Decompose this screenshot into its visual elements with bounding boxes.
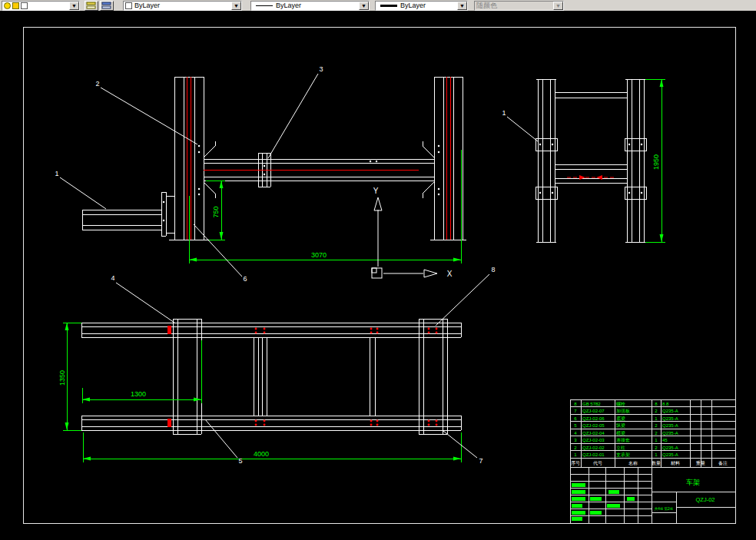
svg-text:45: 45 (662, 438, 668, 442)
svg-text:7: 7 (574, 409, 577, 413)
layer-thaw-icon (12, 2, 19, 9)
svg-text:QZJ-02-07: QZJ-02-07 (582, 409, 605, 413)
svg-text:8.8: 8.8 (662, 402, 669, 406)
svg-text:代号: 代号 (592, 461, 602, 465)
section-mark (167, 326, 171, 334)
svg-text:Q235-A: Q235-A (662, 452, 678, 457)
layer-dropdown-arrow[interactable]: ▼ (69, 2, 79, 10)
layers-blue-icon (101, 2, 112, 10)
drawing-title: 车架 (686, 479, 700, 486)
callout-5: 5 (238, 457, 242, 465)
layer-previous-button[interactable] (100, 1, 114, 11)
bom-row: 4 QZJ-02-04 横梁 2 Q235-A (574, 430, 678, 436)
layers-yellow-icon (86, 2, 97, 10)
layer-on-icon (4, 2, 11, 9)
sheet-border (23, 27, 735, 523)
callout-3: 3 (319, 65, 323, 73)
ucs-y-label: Y (373, 187, 379, 195)
svg-text:连接套: 连接套 (616, 437, 630, 443)
svg-text:横梁: 横梁 (616, 430, 625, 436)
title-block: 序号 代号 名称 数量 材料 重量 备注 8 GB 5782 螺栓 8 8.8 … (570, 399, 735, 523)
front-view (82, 77, 466, 240)
svg-text:材料: 材料 (670, 461, 680, 466)
bom-row: 2 QZJ-02-02 立柱 2 Q235-A (574, 445, 678, 450)
lineweight-sample-icon (380, 5, 397, 7)
linetype-dropdown[interactable]: ByLayer ▼ (250, 1, 370, 11)
svg-text:1: 1 (574, 452, 577, 457)
svg-text:加强板: 加强板 (616, 409, 630, 414)
bom-row: 8 GB 5782 螺栓 8 8.8 (574, 401, 669, 407)
bom-rows: 8 GB 5782 螺栓 8 8.8 7 QZJ-02-07 加强板 2 Q23… (574, 401, 678, 459)
svg-text:QZJ-02-02: QZJ-02-02 (582, 446, 605, 450)
svg-text:QZJ-02-05: QZJ-02-05 (582, 423, 605, 428)
svg-text:8: 8 (655, 402, 658, 406)
lineweight-dropdown-arrow[interactable]: ▼ (457, 2, 467, 10)
svg-text:备注: 备注 (718, 460, 728, 466)
bom-row: 5 QZJ-02-05 纵梁 2 Q235-A (574, 422, 678, 428)
bom-header: 序号 代号 名称 数量 材料 重量 备注 (571, 460, 728, 466)
svg-text:2: 2 (574, 446, 577, 450)
svg-text:GB 5782: GB 5782 (582, 402, 601, 406)
side-view (536, 79, 646, 242)
dim-front-width-label: 3070 (311, 251, 327, 259)
plot-style-dropdown: 随颜色 ▼ (474, 1, 564, 11)
lineweight-value: ByLayer (400, 2, 457, 9)
svg-text:QZJ-02-04: QZJ-02-04 (582, 431, 605, 436)
svg-text:Q235-A: Q235-A (662, 423, 678, 428)
svg-text:Q235-A: Q235-A (662, 416, 678, 421)
dim-side-height-label: 1950 (652, 154, 660, 170)
plot-style-dropdown-arrow: ▼ (553, 2, 563, 10)
make-layer-current-button[interactable] (85, 1, 98, 11)
sheet-count: 共4张 第2张 (655, 507, 674, 511)
plan-view (81, 319, 461, 434)
bom-row: 3 QZJ-02-03 连接套 1 45 (574, 437, 668, 443)
svg-text:序号: 序号 (571, 460, 580, 465)
color-dropdown[interactable]: ByLayer ▼ (123, 1, 242, 11)
callout-6: 6 (243, 275, 247, 283)
svg-text:QZJ-02-01: QZJ-02-01 (582, 452, 605, 457)
svg-text:Q235-A: Q235-A (662, 446, 678, 450)
bom-row: 6 QZJ-02-06 底梁 1 Q235-A (574, 416, 678, 421)
callout-4: 4 (111, 274, 114, 282)
callout-1: 1 (55, 170, 58, 177)
svg-text:6: 6 (574, 416, 577, 421)
drawing-canvas[interactable]: 3070 750 1950 1350 1300 4000 2 3 1 6 1 4… (0, 0, 756, 540)
svg-text:螺栓: 螺栓 (616, 401, 625, 407)
ucs-icon: Y X (372, 187, 453, 278)
svg-text:2: 2 (655, 423, 658, 428)
linetype-dropdown-arrow[interactable]: ▼ (359, 2, 369, 10)
layer-dropdown[interactable]: ▼ (2, 1, 80, 11)
callout-1-side: 1 (502, 109, 506, 117)
svg-text:QZJ-02-03: QZJ-02-03 (582, 438, 605, 442)
object-properties-toolbar: ▼ ByLayer ▼ ByLayer ▼ ByLayer (0, 0, 756, 11)
bom-row: 7 QZJ-02-07 加强板 2 Q235-A (574, 409, 678, 414)
svg-text:2: 2 (655, 446, 658, 450)
ucs-x-label: X (447, 270, 453, 278)
plot-style-value: 随颜色 (476, 1, 553, 11)
callouts: 2 3 1 6 1 4 8 5 7 (55, 65, 538, 465)
callout-2: 2 (95, 80, 99, 88)
svg-text:3: 3 (574, 438, 577, 442)
svg-text:QZJ-02-06: QZJ-02-06 (582, 416, 605, 421)
linetype-sample-icon (256, 5, 273, 6)
callout-7: 7 (479, 457, 482, 465)
dim-front-height-label: 750 (212, 206, 220, 217)
color-value: ByLayer (134, 2, 231, 9)
svg-text:Q235-A: Q235-A (662, 431, 678, 436)
svg-text:1: 1 (655, 416, 658, 421)
callout-8: 8 (491, 266, 495, 273)
svg-text:1: 1 (655, 452, 658, 457)
linetype-value: ByLayer (276, 2, 359, 9)
svg-text:纵梁: 纵梁 (616, 422, 625, 428)
svg-text:1: 1 (655, 438, 658, 442)
dim-plan-depth-label: 1350 (58, 370, 66, 386)
svg-text:Q235-A: Q235-A (662, 409, 678, 413)
svg-text:2: 2 (655, 409, 658, 413)
svg-text:立柱: 立柱 (616, 445, 625, 450)
lineweight-dropdown[interactable]: ByLayer ▼ (375, 1, 468, 11)
svg-text:5: 5 (574, 423, 577, 428)
svg-text:支承架: 支承架 (616, 452, 630, 458)
current-color-swatch (125, 2, 132, 9)
svg-text:数量: 数量 (652, 461, 661, 465)
color-dropdown-arrow[interactable]: ▼ (231, 2, 241, 10)
